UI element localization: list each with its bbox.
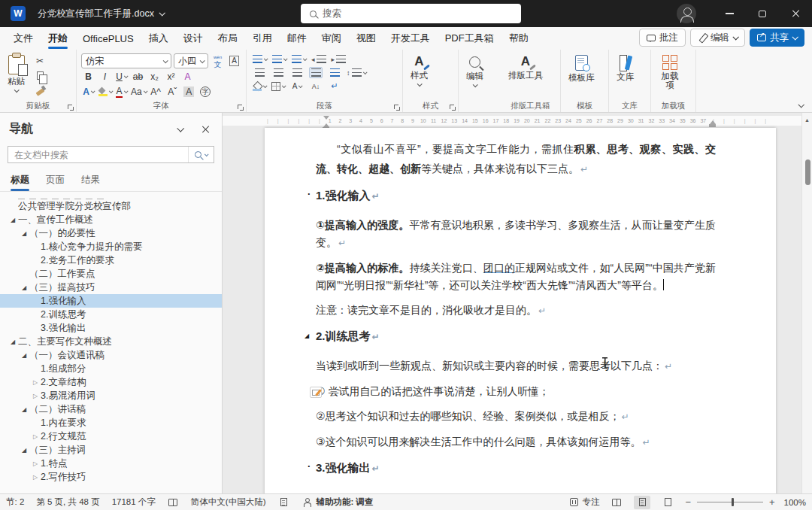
tree-item[interactable]: ◢（三）主持词 (0, 443, 222, 457)
cut-button[interactable]: ✂ (31, 53, 49, 68)
nav-collapse-icon[interactable] (177, 125, 184, 132)
margin-edit-icon[interactable] (310, 387, 322, 398)
tree-toggle-icon[interactable]: ▷ (30, 460, 41, 467)
horizontal-ruler[interactable]: ||||||1234567891011121314151617181920212… (223, 116, 801, 126)
styles-dialog-launcher[interactable] (450, 105, 456, 111)
document-paragraph[interactable]: 注意：读完文章不是目的，消化吸收才是目的。↵ (316, 302, 716, 320)
styles-button[interactable]: A 样式 (406, 53, 432, 102)
font-dialog-launcher[interactable] (238, 105, 244, 111)
zoom-in-button[interactable]: + (769, 496, 775, 508)
indent-marker-right[interactable] (709, 117, 716, 127)
tree-item[interactable]: （二）工作要点 (0, 267, 222, 281)
underline-button[interactable]: U (114, 70, 129, 83)
tree-item[interactable]: ▷1.特点 (0, 457, 222, 470)
character-shading-button[interactable]: A (182, 85, 196, 99)
menu-tab-插入[interactable]: 插入 (141, 27, 176, 50)
document-paragraph[interactable]: 当读到或听到一些新观点、新知识或主要内容的时候，需要思考以下几点：↵ (316, 357, 716, 375)
tree-item-clipped[interactable] (18, 194, 108, 199)
typeset-tool-button[interactable]: A 排版工具 (504, 53, 547, 102)
clipboard-dialog-launcher[interactable] (68, 105, 74, 111)
tree-item[interactable]: ▷2.行文规范 (0, 430, 222, 443)
document-paragraph[interactable]: ①提高输入的强度。平常有意识地积累，多读书学习、多观察生活，从而让量变产生质变。… (316, 217, 716, 252)
editing-button[interactable]: 编辑 (462, 53, 488, 102)
clear-formatting-button[interactable]: A (180, 70, 195, 83)
nav-tab-标题[interactable]: 标题 (11, 174, 29, 191)
tree-item[interactable]: ◢一、宣传工作概述 (0, 213, 222, 226)
tree-item[interactable]: ▷3.易混淆用词 (0, 389, 222, 402)
copy-button[interactable] (31, 68, 49, 83)
status-page[interactable]: 第 5 页, 共 48 页 (36, 496, 99, 508)
zoom-slider[interactable] (697, 502, 763, 502)
status-section[interactable]: 节: 2 (6, 496, 24, 508)
record-icon[interactable] (278, 497, 289, 507)
bold-button[interactable]: B (81, 70, 95, 83)
tree-toggle-icon[interactable]: ▷ (30, 393, 41, 399)
font-name-combo[interactable]: 仿宋 (81, 53, 171, 68)
text-effects-button[interactable]: A (81, 85, 95, 99)
tree-toggle-icon[interactable]: ▷ (30, 474, 41, 481)
line-spacing-button[interactable]: ↕ (347, 67, 366, 78)
status-language[interactable]: 简体中文(中国大陆) (191, 496, 266, 508)
tree-item[interactable]: ◢（一）会议通讯稿 (0, 348, 222, 362)
font-color-button[interactable]: A (114, 85, 129, 99)
nav-search-input[interactable] (8, 150, 188, 160)
format-painter-button[interactable] (31, 83, 49, 98)
tree-item[interactable]: 1.强化输入 (0, 294, 222, 308)
edit-mode-button[interactable]: 编辑 (690, 29, 745, 47)
tree-toggle-icon[interactable]: ◢ (19, 230, 29, 237)
tree-toggle-icon[interactable]: ◢ (19, 406, 29, 413)
close-button[interactable] (779, 0, 812, 27)
menu-tab-设计[interactable]: 设计 (176, 27, 211, 50)
proofing-icon[interactable] (168, 497, 179, 507)
tree-toggle-icon[interactable]: ◢ (19, 352, 29, 359)
tree-item[interactable]: ◢（三）提高技巧 (0, 281, 222, 294)
menu-tab-布局[interactable]: 布局 (211, 27, 245, 50)
shading-button[interactable] (253, 80, 266, 92)
nav-tab-结果[interactable]: 结果 (81, 174, 100, 191)
nav-tab-页面[interactable]: 页面 (46, 174, 65, 191)
menu-tab-邮件[interactable]: 邮件 (280, 27, 314, 50)
show-marks-button[interactable]: ↵ (328, 80, 341, 92)
tree-toggle-icon[interactable]: ◢ (8, 217, 18, 223)
strikethrough-button[interactable]: ab (131, 70, 145, 83)
template-library-button[interactable]: 模板库 (564, 53, 599, 102)
align-center-button[interactable] (271, 67, 285, 78)
menu-tab-PDF工具箱[interactable]: PDF工具箱 (438, 27, 501, 50)
superscript-button[interactable]: x² (164, 70, 178, 83)
menu-tab-审阅[interactable]: 审阅 (314, 27, 349, 50)
align-left-button[interactable] (253, 67, 266, 78)
addins-button[interactable]: 加载项 (654, 53, 686, 102)
status-words[interactable]: 17181 个字 (112, 496, 156, 508)
enclose-characters-button[interactable]: 字 (198, 85, 213, 99)
tree-item[interactable]: ◢二、主要写作文种概述 (0, 335, 222, 348)
tree-item[interactable]: ▷2.文章结构 (0, 375, 222, 389)
menu-tab-OfficePLUS[interactable]: OfficePLUS (75, 27, 141, 50)
ribbon-collapse-button[interactable] (798, 102, 804, 108)
document-paragraph[interactable]: ① 尝试用自己的话把这件事说清楚，让别人听懂； (316, 383, 716, 400)
nav-close-button[interactable] (201, 125, 210, 134)
distribute-button[interactable] (328, 67, 341, 78)
tree-item[interactable]: ◢（二）讲话稿 (0, 402, 222, 416)
tree-toggle-icon[interactable]: ▷ (30, 379, 41, 386)
tree-item[interactable]: 2.训练思考 (0, 308, 222, 321)
comments-button[interactable]: 批注 (639, 29, 686, 47)
minimize-button[interactable] (713, 0, 746, 27)
share-button[interactable]: 共享 (750, 29, 804, 47)
menu-tab-视图[interactable]: 视图 (349, 27, 383, 50)
paste-button[interactable]: 粘贴 (3, 53, 29, 102)
subscript-button[interactable]: x₂ (147, 70, 162, 83)
maximize-button[interactable] (746, 0, 779, 27)
menu-tab-开始[interactable]: 开始 (41, 27, 75, 50)
tree-item[interactable]: 3.强化输出 (0, 321, 222, 335)
document-heading[interactable]: ·3.强化输出↵ (316, 459, 716, 478)
menu-tab-文件[interactable]: 文件 (6, 27, 41, 50)
tree-toggle-icon[interactable]: ▷ (30, 433, 41, 440)
tree-item[interactable]: 1.组成部分 (0, 362, 222, 375)
sort-button[interactable]: A↓ (309, 80, 323, 92)
menu-tab-帮助[interactable]: 帮助 (501, 27, 536, 50)
view-print-button[interactable] (634, 496, 650, 509)
justify-button[interactable] (309, 67, 323, 78)
scroll-thumb[interactable] (805, 159, 810, 185)
font-size-combo[interactable]: 小四 (174, 53, 208, 68)
document-paragraph[interactable]: “文似看山不喜平”，要提高文字工作能力，需抓住积累、思考、观察、实践、交流、转化… (316, 139, 716, 179)
